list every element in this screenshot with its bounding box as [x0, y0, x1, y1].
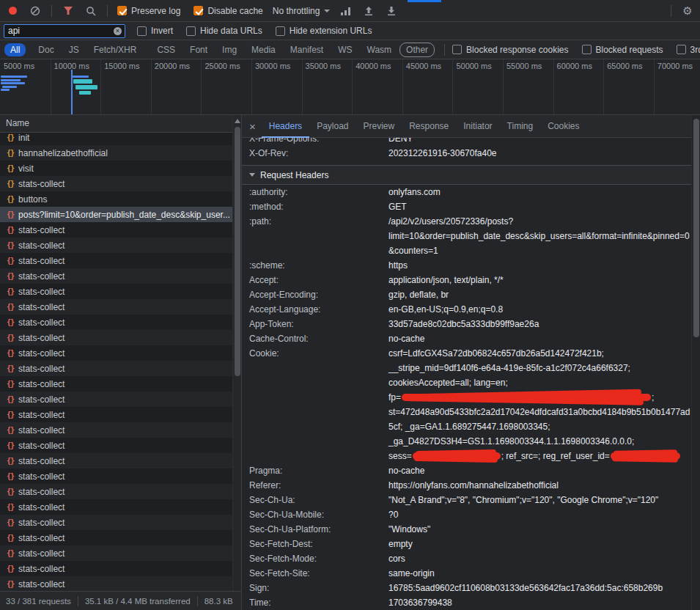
filter-input[interactable] [8, 26, 111, 36]
redacted-value: fp= [388, 392, 652, 403]
request-row[interactable]: {}stats-collect [0, 299, 232, 315]
filter-chip-other[interactable]: Other [400, 43, 434, 56]
request-headers-section[interactable]: Request Headers [242, 166, 691, 185]
tab-timing[interactable]: Timing [500, 115, 541, 138]
request-row[interactable]: {}stats-collect [0, 468, 232, 484]
requests-scrollbar-thumb[interactable] [235, 127, 240, 376]
request-row[interactable]: {}stats-collect [0, 176, 232, 191]
filter-chip-media[interactable]: Media [246, 43, 281, 56]
request-row[interactable]: {}stats-collect [0, 576, 232, 591]
filter-chip-doc[interactable]: Doc [32, 43, 59, 56]
settings-gear-button[interactable]: ⚙ [681, 4, 694, 18]
filter-chip-font[interactable]: Font [184, 43, 213, 56]
request-row[interactable]: {}hannahelizabethofficial [0, 145, 232, 161]
request-row[interactable]: {}stats-collect [0, 561, 232, 576]
filter-toggle-button[interactable] [62, 4, 75, 18]
request-row[interactable]: {}stats-collect [0, 330, 232, 345]
request-row[interactable]: {}stats-collect [0, 422, 232, 438]
filter-chip-all[interactable]: All [4, 43, 26, 56]
request-row[interactable]: {}stats-collect [0, 545, 232, 561]
checkbox-3rd-party-requests[interactable]: 3rd-party requests [677, 45, 700, 55]
request-row[interactable]: {}stats-collect [0, 438, 232, 453]
header-value-line: /api2/v2/users/20572336/posts? [388, 214, 691, 229]
overview-strip[interactable]: 5000 ms10000 ms15000 ms20000 ms25000 ms3… [0, 59, 700, 115]
request-row[interactable]: {}stats-collect [0, 499, 232, 515]
header-value-text: csrf=LdfcGX4Sa72db06824c657db26a5d142472… [388, 348, 630, 388]
throttling-dropdown[interactable]: No throttling [273, 6, 331, 16]
clear-filter-icon[interactable]: × [114, 27, 122, 35]
request-row[interactable]: {}visit [0, 161, 232, 176]
tab-preview[interactable]: Preview [356, 115, 402, 138]
request-row[interactable]: {}stats-collect [0, 392, 232, 407]
request-row[interactable]: {}stats-collect [0, 253, 232, 268]
request-row[interactable]: {}stats-collect [0, 315, 232, 330]
filter-chip-img[interactable]: Img [216, 43, 243, 56]
request-row[interactable]: {}stats-collect [0, 268, 232, 284]
detail-scrollbar-thumb[interactable] [693, 119, 699, 337]
checkbox-invert[interactable]: Invert [137, 26, 173, 36]
request-row[interactable]: {}stats-collect [0, 361, 232, 376]
close-icon[interactable]: × [249, 120, 256, 133]
overview-time-label: 70000 ms [657, 62, 693, 70]
checkbox-hide-data-urls[interactable]: Hide data URLs [186, 26, 262, 36]
record-button[interactable] [6, 4, 19, 18]
checkbox-label: Preserve log [131, 6, 180, 16]
request-row[interactable]: {}stats-collect [0, 238, 232, 253]
checkbox-hide-extension-urls[interactable]: Hide extension URLs [276, 26, 372, 36]
filter-chip-js[interactable]: JS [63, 43, 85, 56]
download-icon [386, 6, 397, 16]
disclosure-triangle-icon [249, 173, 255, 177]
detail-scrollbar[interactable] [691, 115, 700, 610]
filter-chip-ws[interactable]: WS [332, 43, 358, 56]
tab-initiator[interactable]: Initiator [456, 115, 499, 138]
request-row[interactable]: {}stats-collect [0, 530, 232, 545]
chevron-down-icon [324, 10, 330, 12]
header-row: App-Token:33d57ade8c02dbc5a333db99ff9ae2… [249, 317, 691, 331]
request-row[interactable]: {}stats-collect [0, 345, 232, 361]
request-row[interactable]: {}stats-collect [0, 222, 232, 238]
filter-chip-css[interactable]: CSS [151, 43, 181, 56]
clear-button[interactable] [29, 4, 42, 18]
search-button[interactable] [84, 4, 97, 18]
import-har-button[interactable] [362, 4, 375, 18]
checkbox-blocked-requests[interactable]: Blocked requests [582, 45, 663, 55]
request-row[interactable]: {}stats-collect [0, 453, 232, 468]
header-row: Sec-Fetch-Site:same-origin [249, 566, 691, 581]
header-row: Cookie:csrf=LdfcGX4Sa72db06824c657db26a5… [249, 346, 691, 463]
tab-headers[interactable]: Headers [262, 115, 309, 138]
requests-panel: Name {}init{}hannahelizabethofficial{}vi… [0, 115, 242, 610]
checkbox-disable-cache[interactable]: Disable cache [194, 6, 262, 16]
header-value: onlyfans.com [388, 185, 691, 199]
header-value: 1703636799438 [388, 595, 691, 610]
request-name: stats-collect [18, 518, 65, 528]
name-column-header[interactable]: Name [0, 115, 241, 133]
request-row[interactable]: {}init [0, 133, 232, 145]
network-conditions-button[interactable] [339, 4, 353, 18]
checkbox-preserve-log[interactable]: Preserve log [117, 6, 180, 16]
request-row[interactable]: {}stats-collect [0, 484, 232, 499]
request-row[interactable]: {}stats-collect [0, 515, 232, 530]
request-row[interactable]: {}posts?limit=10&order=publish_date_desc… [0, 207, 232, 222]
requests-scrollbar[interactable] [232, 115, 241, 591]
waterfall-bar [1, 79, 21, 81]
scroll-up-arrow-icon[interactable] [235, 119, 240, 123]
signal-icon [341, 7, 352, 15]
filter-chip-fetch-xhr[interactable]: Fetch/XHR [88, 43, 143, 56]
tab-payload[interactable]: Payload [309, 115, 355, 138]
request-row[interactable]: {}stats-collect [0, 376, 232, 392]
header-row: Sec-Ch-Ua-Mobile:?0 [249, 507, 691, 522]
request-row[interactable]: {}buttons [0, 191, 232, 207]
export-har-button[interactable] [385, 4, 398, 18]
request-name: stats-collect [18, 225, 65, 235]
header-row: Sec-Fetch-Dest:empty [249, 537, 691, 551]
toolbar-divider [51, 5, 52, 17]
filter-chip-manifest[interactable]: Manifest [284, 43, 329, 56]
request-row[interactable]: {}stats-collect [0, 284, 232, 299]
checkbox-blocked-response-cookies[interactable]: Blocked response cookies [452, 45, 568, 55]
json-braces-icon: {} [7, 334, 14, 342]
filter-chip-wasm[interactable]: Wasm [361, 43, 398, 56]
tab-response[interactable]: Response [402, 115, 456, 138]
toolbar-divider [107, 5, 108, 17]
tab-cookies[interactable]: Cookies [540, 115, 586, 138]
request-row[interactable]: {}stats-collect [0, 407, 232, 422]
